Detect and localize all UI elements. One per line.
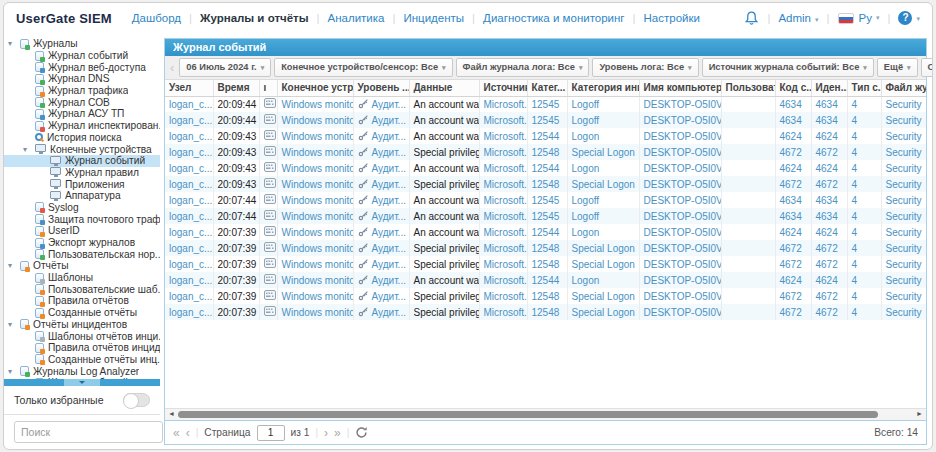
cell[interactable]: 12544 (527, 224, 567, 240)
level-cell[interactable]: Аудит... (358, 146, 405, 159)
cell[interactable]: 12545 (527, 192, 567, 208)
cell[interactable]: 4672 (811, 144, 847, 160)
table-row[interactable]: logan_c...20:07:44Windows monito...Аудит… (165, 208, 926, 224)
cell[interactable]: Аудит... (353, 160, 409, 176)
search-input[interactable] (14, 421, 163, 443)
cell[interactable]: 4 (847, 144, 881, 160)
last-page-button[interactable]: » (334, 424, 341, 442)
prev-page-button[interactable]: ‹ (186, 424, 190, 442)
nav-item-5[interactable]: Диагностика и мониторинг (483, 12, 624, 24)
cell[interactable]: 12548 (527, 288, 567, 304)
expander-icon[interactable]: ▾ (8, 39, 20, 48)
filter-button-3[interactable]: Уровень лога: Все (592, 58, 698, 77)
cell[interactable]: Logoff (567, 192, 639, 208)
cell[interactable]: DESKTOP-O5I0V... (639, 192, 721, 208)
cell[interactable]: Windows monito... (277, 288, 353, 304)
tree-item[interactable]: Syslog (4, 202, 160, 214)
tree-item[interactable]: Журнал DNS (4, 73, 160, 85)
level-cell[interactable]: Аудит... (358, 162, 405, 175)
tree-item[interactable]: UserID (4, 225, 160, 237)
cell[interactable]: Windows monito... (277, 160, 353, 176)
cell[interactable]: logan_c... (165, 96, 213, 112)
cell[interactable]: 4624 (811, 128, 847, 144)
column-header[interactable]: ı (259, 80, 277, 96)
cell[interactable]: Аудит... (353, 224, 409, 240)
cell[interactable]: 4634 (811, 96, 847, 112)
reset-button[interactable]: Сброс (921, 58, 933, 77)
cell[interactable]: 4 (847, 304, 881, 320)
table-row[interactable]: logan_c...20:07:39Windows monito...Аудит… (165, 224, 926, 240)
cell[interactable]: Security (881, 288, 926, 304)
cell[interactable]: Logoff (567, 112, 639, 128)
cell[interactable]: logan_c... (165, 176, 213, 192)
cell[interactable]: 4634 (775, 192, 811, 208)
level-cell[interactable]: Аудит... (358, 306, 405, 319)
table-row[interactable]: logan_c...20:07:39Windows monito...Аудит… (165, 240, 926, 256)
cell[interactable]: 4672 (775, 144, 811, 160)
tree-item[interactable]: Журнал событий (4, 155, 160, 167)
column-header[interactable]: Конечное устрой... (277, 80, 353, 96)
level-cell[interactable]: Аудит... (358, 258, 405, 271)
toolbar-scroll-left[interactable]: ‹ (168, 59, 176, 77)
table-row[interactable]: logan_c...20:07:39Windows monito...Аудит… (165, 288, 926, 304)
tree-item[interactable]: Пользовательские шаб.. (4, 283, 160, 295)
cell[interactable]: DESKTOP-O5I0V... (639, 128, 721, 144)
tree-item[interactable]: Аппаратура (4, 190, 160, 202)
cell[interactable]: Аудит... (353, 176, 409, 192)
column-header[interactable]: Время (213, 80, 259, 96)
cell[interactable]: 4634 (811, 112, 847, 128)
tree-item[interactable]: Шаблоны отчётов инци.. (4, 330, 160, 342)
table-row[interactable]: logan_c...20:07:39Windows monito...Аудит… (165, 272, 926, 288)
cell[interactable]: Аудит... (353, 96, 409, 112)
cell[interactable]: 12544 (527, 160, 567, 176)
cell[interactable]: Microsoft... (479, 288, 527, 304)
cell[interactable]: 4624 (811, 272, 847, 288)
cell[interactable]: Windows monito... (277, 240, 353, 256)
cell[interactable]: DESKTOP-O5I0V... (639, 160, 721, 176)
bell-icon[interactable] (744, 10, 759, 26)
tree-item[interactable]: Защита почтового траф.. (4, 213, 160, 225)
cell[interactable]: 12548 (527, 144, 567, 160)
cell[interactable]: 4 (847, 272, 881, 288)
cell[interactable]: 4624 (775, 224, 811, 240)
cell[interactable]: Special Logon (567, 256, 639, 272)
cell[interactable]: Security (881, 224, 926, 240)
table-row[interactable]: logan_c...20:09:44Windows monito...Аудит… (165, 112, 926, 128)
cell[interactable]: logan_c... (165, 144, 213, 160)
cell[interactable]: Аудит... (353, 208, 409, 224)
cell[interactable]: Microsoft... (479, 160, 527, 176)
level-cell[interactable]: Аудит... (358, 194, 405, 207)
cell[interactable]: 4 (847, 192, 881, 208)
cell[interactable]: DESKTOP-O5I0V... (639, 256, 721, 272)
cell[interactable]: Microsoft... (479, 128, 527, 144)
tree-item[interactable]: Журнал правил (4, 167, 160, 179)
cell[interactable]: logan_c... (165, 224, 213, 240)
column-header[interactable]: Тип с... (847, 80, 881, 96)
cell[interactable]: 4624 (775, 160, 811, 176)
tree-item[interactable]: Созданные отчёты (4, 307, 160, 319)
cell[interactable]: Windows monito... (277, 96, 353, 112)
cell[interactable]: DESKTOP-O5I0V... (639, 224, 721, 240)
cell[interactable]: 4624 (811, 224, 847, 240)
cell[interactable]: 4634 (775, 208, 811, 224)
filter-button-2[interactable]: Файл журнала лога: Все (456, 58, 590, 77)
cell[interactable]: Logoff (567, 96, 639, 112)
cell[interactable]: 12545 (527, 208, 567, 224)
level-cell[interactable]: Аудит... (358, 226, 405, 239)
cell[interactable]: 4 (847, 208, 881, 224)
cell[interactable]: Microsoft... (479, 304, 527, 320)
tree-item[interactable]: Журнал событий (4, 50, 160, 62)
level-cell[interactable]: Аудит... (358, 130, 405, 143)
language-menu[interactable]: Ру (838, 12, 880, 24)
cell[interactable]: 4634 (811, 208, 847, 224)
cell[interactable]: logan_c... (165, 304, 213, 320)
tree-item[interactable]: ▾Журналы (4, 38, 160, 50)
cell[interactable]: Аудит... (353, 112, 409, 128)
cell[interactable]: 4624 (775, 272, 811, 288)
more-filters-button[interactable]: Ещё (877, 58, 918, 77)
cell[interactable]: 4634 (775, 96, 811, 112)
level-cell[interactable]: Аудит... (358, 290, 405, 303)
cell[interactable]: DESKTOP-O5I0V... (639, 112, 721, 128)
first-page-button[interactable]: « (173, 424, 180, 442)
cell[interactable]: 4672 (811, 176, 847, 192)
